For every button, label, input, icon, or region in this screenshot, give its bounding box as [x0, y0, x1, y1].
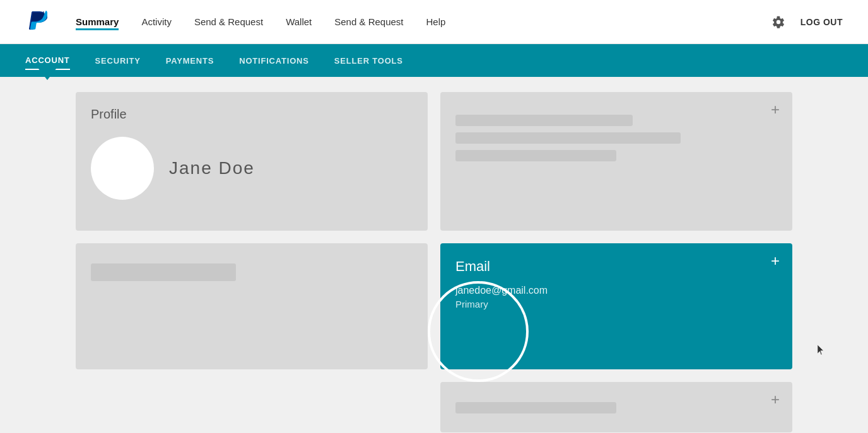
email-title: Email — [455, 258, 777, 275]
bottom-right-add-button[interactable]: + — [771, 392, 780, 407]
top-nav-links: Summary Activity Send & Request Wallet S… — [76, 14, 771, 30]
profile-title: Profile — [91, 107, 413, 122]
nav-help[interactable]: Help — [426, 14, 446, 30]
bottom-left-skeleton — [91, 263, 236, 281]
nav-summary[interactable]: Summary — [76, 14, 119, 30]
email-card: + Email janedoe@gmail.com Primary — [440, 243, 792, 369]
sub-nav: ACCOUNT SECURITY PAYMENTS NOTIFICATIONS … — [0, 44, 868, 77]
skeleton-lines — [455, 115, 777, 161]
subnav-seller-tools[interactable]: SELLER TOOLS — [334, 52, 403, 69]
nav-wallet[interactable]: Wallet — [286, 14, 312, 30]
main-content: Profile Jane Doe + + Email janedoe@gmail… — [0, 77, 868, 433]
profile-content: Jane Doe — [91, 137, 413, 200]
nav-activity[interactable]: Activity — [141, 14, 172, 30]
skeleton-line-2 — [455, 132, 681, 144]
bottom-right-skeleton — [455, 402, 616, 413]
profile-card: Profile Jane Doe — [76, 92, 428, 231]
top-right-card: + — [440, 92, 792, 231]
email-address: janedoe@gmail.com — [455, 285, 777, 296]
top-right-add-button[interactable]: + — [771, 102, 780, 117]
nav-send-request-1[interactable]: Send & Request — [194, 14, 263, 30]
subnav-security[interactable]: SECURITY — [95, 52, 141, 69]
subnav-notifications[interactable]: NOTIFICATIONS — [239, 52, 309, 69]
settings-icon[interactable] — [771, 15, 785, 29]
profile-name: Jane Doe — [169, 158, 255, 178]
skeleton-line-1 — [455, 115, 633, 126]
bottom-left-card — [76, 243, 428, 369]
skeleton-line-3 — [455, 150, 616, 161]
nav-send-request-2[interactable]: Send & Request — [334, 14, 403, 30]
avatar — [91, 137, 154, 200]
subnav-payments[interactable]: PAYMENTS — [166, 52, 214, 69]
logout-button[interactable]: LOG OUT — [801, 17, 843, 27]
email-add-button[interactable]: + — [771, 253, 780, 268]
bottom-right-spacer — [76, 382, 428, 432]
circle-overlay — [428, 281, 529, 382]
top-nav-right: LOG OUT — [771, 15, 843, 29]
paypal-logo — [25, 9, 50, 35]
email-type: Primary — [455, 299, 777, 309]
bottom-right-card: + — [440, 382, 792, 432]
top-nav: Summary Activity Send & Request Wallet S… — [0, 0, 868, 44]
subnav-account[interactable]: ACCOUNT — [25, 52, 70, 70]
